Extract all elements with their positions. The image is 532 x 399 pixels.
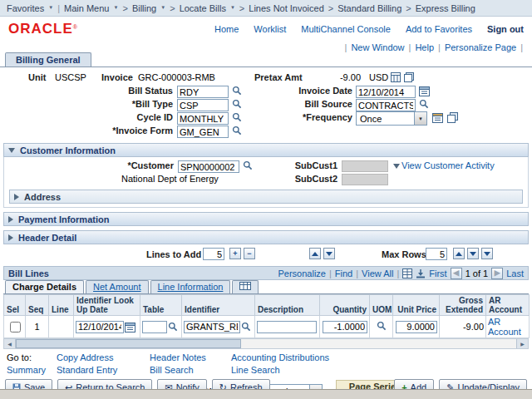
breadcrumb-item-standard-billing[interactable]: Standard Billing <box>337 3 401 13</box>
lines-to-add-input[interactable] <box>203 248 224 260</box>
section-payment-information[interactable]: Payment Information <box>3 212 529 226</box>
accounting-distributions-link[interactable]: Accounting Distributions <box>231 352 329 362</box>
first-rows-icon[interactable] <box>453 248 465 259</box>
personalize-page-link[interactable]: Personalize Page <box>445 42 516 52</box>
breadcrumb-item-favorites[interactable]: Favorites <box>7 3 53 13</box>
identifier-lookup-icon[interactable] <box>241 322 251 332</box>
separator <box>520 42 523 52</box>
bill-status-lookup-icon[interactable] <box>232 86 242 96</box>
find-link[interactable]: Find <box>335 268 352 278</box>
bill-lines-title: Bill Lines <box>8 268 49 278</box>
remove-lines-button[interactable]: − <box>244 248 255 259</box>
worklist-link[interactable]: Worklist <box>254 24 286 34</box>
invoice-label: Invoice <box>101 72 133 82</box>
frequency-select[interactable]: Once <box>356 111 427 126</box>
customer-lookup-icon[interactable] <box>243 160 253 170</box>
bill-search-link[interactable]: Bill Search <box>150 365 194 375</box>
amount-detail-icon[interactable] <box>391 72 401 82</box>
download-icon[interactable] <box>416 268 426 278</box>
scroll-thumb[interactable] <box>16 339 241 348</box>
breadcrumb-item-lines-not-invoiced[interactable]: Lines Not Invoiced <box>249 3 324 13</box>
bill-type-input[interactable] <box>177 99 229 111</box>
section-address[interactable]: Address <box>9 190 523 204</box>
max-rows-input[interactable] <box>426 248 447 260</box>
multichannel-console-link[interactable]: MultiChannel Console <box>301 24 391 34</box>
next-rows-icon[interactable] <box>481 248 493 259</box>
view-all-link[interactable]: View All <box>362 268 393 278</box>
copy-address-link[interactable]: Copy Address <box>57 352 113 362</box>
add-lines-button[interactable]: + <box>229 248 241 259</box>
first-link[interactable]: First <box>429 268 446 278</box>
show-all-columns-tab[interactable] <box>232 280 259 293</box>
home-link[interactable]: Home <box>214 24 239 34</box>
subcust1-label: SubCust1 <box>259 160 337 170</box>
breadcrumb-item-locate-bills[interactable]: Locate Bills <box>180 3 235 13</box>
grid-icon[interactable] <box>402 268 412 278</box>
scroll-bottom-icon[interactable] <box>323 248 335 259</box>
invoice-date-label: Invoice Date <box>244 86 352 96</box>
tab-billing-general[interactable]: Billing General <box>5 52 91 66</box>
scroll-right-icon[interactable]: ▶ <box>516 339 528 348</box>
next-page-icon[interactable]: ▶ <box>491 268 503 279</box>
scroll-top-icon[interactable] <box>309 248 321 259</box>
bill-source-label: Bill Source <box>244 99 352 109</box>
invoice-date-input[interactable] <box>356 86 416 98</box>
customer-information-panel: *Customer SubCust1 View Customer Activit… <box>3 157 529 208</box>
bill-source-input[interactable] <box>356 99 416 111</box>
summary-link[interactable]: Summary <box>7 365 46 375</box>
table-lookup-icon[interactable] <box>168 322 178 332</box>
help-link[interactable]: Help <box>415 42 434 52</box>
bill-source-lookup-icon[interactable] <box>419 99 429 109</box>
copy-schedule-icon[interactable] <box>447 112 458 123</box>
identifier-input[interactable] <box>184 321 240 333</box>
quantity-input[interactable] <box>323 321 367 333</box>
tab-net-amount[interactable]: Net Amount <box>86 280 148 293</box>
section-header-detail[interactable]: Header Detail <box>3 230 529 244</box>
previous-page-icon[interactable]: ◀ <box>451 268 462 279</box>
cycle-id-lookup-icon[interactable] <box>232 112 242 122</box>
subcust2-label: SubCust2 <box>259 174 337 184</box>
sign-out-link[interactable]: Sign out <box>487 24 524 34</box>
standard-entry-link[interactable]: Standard Entry <box>57 365 117 375</box>
cycle-id-input[interactable] <box>177 112 229 125</box>
line-search-link[interactable]: Line Search <box>231 365 280 375</box>
invoice-form-input[interactable] <box>177 126 229 138</box>
breadcrumb-item-main-menu[interactable]: Main Menu <box>64 3 118 13</box>
line-controls-row: Lines to Add + − Max Rows <box>3 247 529 264</box>
add-to-favorites-link[interactable]: Add to Favorites <box>406 24 472 34</box>
invoice-form-label: *Invoice Form <box>3 126 173 135</box>
scroll-track[interactable] <box>16 339 516 348</box>
currency-window-icon[interactable] <box>404 72 414 82</box>
grid-horizontal-scrollbar[interactable]: ◀ ▶ <box>3 338 529 349</box>
tab-line-information[interactable]: Line Information <box>150 280 231 293</box>
lookup-date-input[interactable] <box>76 321 124 333</box>
description-input[interactable] <box>257 321 317 333</box>
invoice-form-lookup-icon[interactable] <box>232 126 242 135</box>
view-customer-activity-link[interactable]: View Customer Activity <box>401 160 495 170</box>
calendar-icon[interactable] <box>125 322 135 332</box>
bill-status-input[interactable] <box>177 86 229 98</box>
new-window-link[interactable]: New Window <box>351 42 404 52</box>
bill-lines-bar: Bill Lines Personalize Find View All Fir… <box>3 266 529 280</box>
row-select-checkbox[interactable] <box>10 322 21 332</box>
scroll-left-icon[interactable]: ◀ <box>4 339 16 348</box>
col-table: Table <box>140 295 182 316</box>
section-customer-information[interactable]: Customer Information <box>3 143 529 157</box>
breadcrumb-item-billing[interactable]: Billing <box>132 3 165 13</box>
unit-price-input[interactable] <box>396 321 437 333</box>
calendar-icon[interactable] <box>419 86 430 96</box>
ar-account-link[interactable]: AR Account <box>488 317 521 337</box>
breadcrumb-item-express-billing[interactable]: Express Billing <box>416 3 475 13</box>
customer-input[interactable] <box>178 160 239 173</box>
last-link[interactable]: Last <box>506 268 524 278</box>
bill-status-label: Bill Status <box>3 86 173 96</box>
tab-charge-details[interactable]: Charge Details <box>5 280 84 293</box>
page-horizontal-scrollbar[interactable] <box>0 389 532 399</box>
bill-type-lookup-icon[interactable] <box>232 99 242 109</box>
header-notes-link[interactable]: Header Notes <box>150 352 206 362</box>
prev-rows-icon[interactable] <box>467 248 479 259</box>
uom-lookup-icon[interactable] <box>377 321 387 331</box>
schedule-icon[interactable] <box>432 112 443 123</box>
table-input[interactable] <box>142 321 167 333</box>
personalize-link[interactable]: Personalize <box>278 268 325 278</box>
